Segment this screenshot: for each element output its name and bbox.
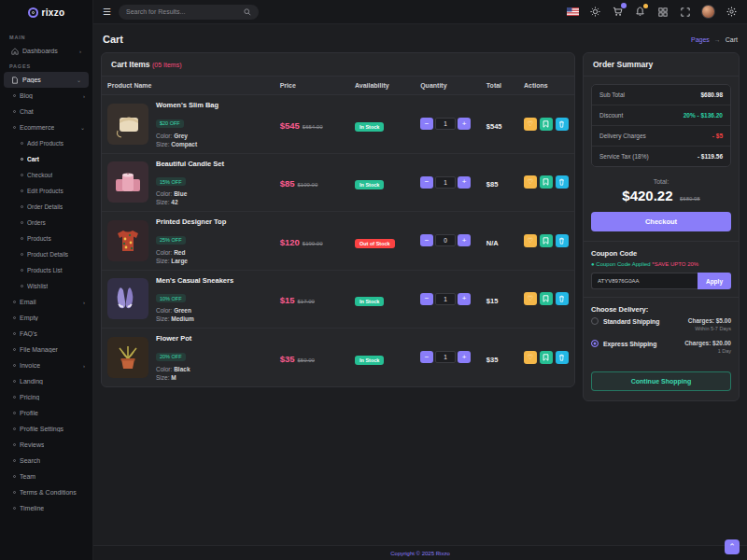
apps-grid-icon[interactable] — [656, 6, 669, 18]
sidebar-item-profile-settings[interactable]: Profile Settings — [0, 421, 92, 437]
continue-shopping-button[interactable]: Continue Shopping — [591, 371, 731, 391]
sidebar-item-order-details[interactable]: Order Details — [0, 199, 92, 215]
wishlist-heart-button[interactable]: ♡ — [524, 292, 537, 305]
sidebar-item-chat[interactable]: Chat — [0, 104, 92, 119]
sidebar-item-checkout[interactable]: Checkout — [0, 167, 92, 183]
sidebar-item-products-list[interactable]: Products List — [0, 262, 92, 278]
bookmark-button[interactable] — [540, 175, 553, 189]
cart-icon[interactable] — [612, 6, 624, 18]
user-avatar[interactable] — [701, 5, 715, 19]
qty-decrease-button[interactable]: − — [420, 176, 433, 189]
sidebar-item-reviews[interactable]: Reviews — [0, 437, 92, 453]
breadcrumb-pages[interactable]: Pages — [691, 36, 710, 43]
logo-text: rixzo — [42, 7, 65, 18]
fullscreen-icon[interactable] — [679, 6, 691, 18]
language-flag-icon[interactable] — [567, 6, 579, 18]
bullet-icon — [21, 142, 23, 145]
sidebar-item-products[interactable]: Products — [0, 231, 92, 246]
sidebar-item-search[interactable]: Search — [0, 453, 92, 469]
delete-trash-button[interactable] — [556, 175, 569, 189]
bullet-icon — [13, 380, 16, 383]
product-name[interactable]: Printed Designer Top — [156, 217, 226, 226]
qty-increase-button[interactable]: + — [458, 176, 471, 189]
sidebar-item-cart[interactable]: Cart — [0, 151, 92, 167]
cart-table: Product Name Price Availability Quantity… — [102, 77, 574, 386]
wishlist-heart-button[interactable]: ♡ — [524, 118, 537, 131]
logo[interactable]: rixzo — [0, 0, 92, 24]
sidebar-item-wishlist[interactable]: Wishlist — [0, 278, 92, 294]
qty-decrease-button[interactable]: − — [420, 234, 433, 246]
bullet-icon — [21, 174, 23, 176]
sidebar-item-ecommerce[interactable]: Ecommerce⌄ — [0, 119, 92, 135]
sidebar-item-add-products[interactable]: Add Products — [0, 135, 92, 151]
bookmark-button[interactable] — [540, 118, 553, 131]
sidebar-item-empty[interactable]: Empty — [0, 310, 92, 326]
sidebar-item-dashboards[interactable]: Dashboards › — [4, 43, 89, 59]
qty-increase-button[interactable]: + — [458, 351, 471, 363]
breadcrumb: Pages → Cart — [691, 36, 738, 43]
bullet-icon — [13, 396, 16, 399]
sidebar-item-file-manager[interactable]: File Manager — [0, 342, 92, 357]
file-icon — [11, 77, 19, 84]
sidebar-item-pricing[interactable]: Pricing — [0, 389, 92, 405]
search-input[interactable] — [126, 8, 238, 15]
qty-decrease-button[interactable]: − — [420, 351, 433, 363]
delete-trash-button[interactable] — [556, 118, 569, 131]
product-name[interactable]: Flower Pot — [156, 334, 191, 343]
radio-selected-icon[interactable] — [591, 340, 599, 347]
checkout-button[interactable]: Checkout — [591, 212, 731, 231]
breadcrumb-cart: Cart — [726, 36, 738, 43]
radio-unselected-icon[interactable] — [591, 317, 599, 325]
cart-badge — [621, 3, 627, 8]
apply-coupon-button[interactable]: Apply — [698, 273, 731, 289]
bullet-icon — [21, 285, 23, 287]
product-name[interactable]: Men's Casual Sneakers — [156, 276, 233, 285]
delete-trash-button[interactable] — [556, 351, 569, 364]
sidebar-item-email[interactable]: Email› — [0, 294, 92, 310]
qty-value[interactable]: 1 — [435, 118, 456, 130]
sidebar-item-pages[interactable]: Pages ⌄ — [4, 72, 89, 88]
theme-toggle-icon[interactable] — [589, 6, 601, 18]
qty-decrease-button[interactable]: − — [420, 293, 433, 305]
wishlist-heart-button[interactable]: ♡ — [524, 234, 537, 247]
sidebar-item-profile[interactable]: Profile — [0, 405, 92, 421]
coupon-code-input[interactable] — [591, 273, 698, 289]
qty-increase-button[interactable]: + — [458, 293, 471, 305]
sidebar-item-terms[interactable]: Terms & Conditions — [0, 484, 92, 500]
scroll-to-top-button[interactable]: ⌃ — [725, 539, 740, 554]
sidebar-item-orders[interactable]: Orders — [0, 215, 92, 231]
row-total: $35 — [486, 356, 499, 364]
sidebar-item-invoice[interactable]: Invoice› — [0, 357, 92, 373]
qty-value[interactable]: 1 — [435, 351, 456, 363]
settings-gear-icon[interactable] — [726, 6, 738, 18]
sidebar-item-faqs[interactable]: FAQ's — [0, 326, 92, 342]
qty-value[interactable]: 1 — [435, 176, 456, 189]
delete-trash-button[interactable] — [556, 234, 569, 247]
shipping-option-express[interactable]: Express Shipping Charges: $20.00 1 Day — [591, 340, 731, 354]
sidebar-item-blog[interactable]: Blog› — [0, 88, 92, 104]
qty-value[interactable]: 0 — [435, 234, 456, 246]
sidebar-item-timeline[interactable]: Timeline — [0, 500, 92, 516]
wishlist-heart-button[interactable]: ♡ — [524, 351, 537, 364]
shipping-option-standard[interactable]: Standard Shipping Charges: $5.00 Within … — [591, 317, 731, 331]
delete-trash-button[interactable] — [556, 292, 569, 305]
footer-text: Copyright © 2025 Rixzo — [390, 551, 449, 556]
sidebar-item-edit-products[interactable]: Edit Products — [0, 183, 92, 199]
sidebar-item-product-details[interactable]: Product Details — [0, 246, 92, 262]
menu-toggle-icon[interactable]: ☰ — [103, 7, 111, 17]
delivery-charges-value: - $5 — [712, 133, 723, 139]
qty-increase-button[interactable]: + — [458, 118, 471, 130]
bookmark-button[interactable] — [540, 234, 553, 247]
sidebar-item-team[interactable]: Team — [0, 469, 92, 484]
product-name[interactable]: Beautiful Candle Set — [156, 160, 224, 168]
sidebar-item-landing[interactable]: Landing — [0, 373, 92, 389]
wishlist-heart-button[interactable]: ♡ — [524, 175, 537, 189]
product-name[interactable]: Women's Slim Bag — [156, 101, 218, 109]
notifications-icon[interactable] — [634, 6, 646, 18]
bookmark-button[interactable] — [540, 292, 553, 305]
col-availability: Availability — [349, 77, 415, 95]
qty-value[interactable]: 1 — [435, 293, 456, 305]
qty-increase-button[interactable]: + — [458, 234, 471, 246]
qty-decrease-button[interactable]: − — [420, 118, 433, 130]
bookmark-button[interactable] — [540, 351, 553, 364]
